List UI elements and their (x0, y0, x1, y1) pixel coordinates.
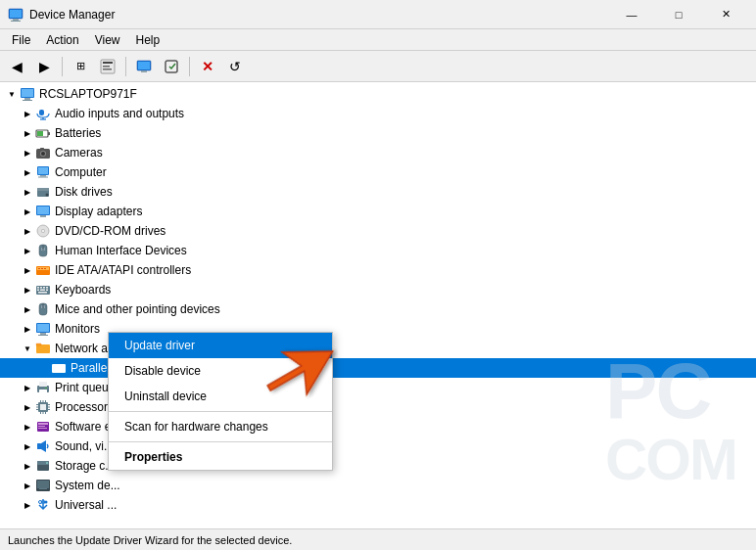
back-button[interactable]: ◀ (4, 54, 29, 79)
expand-storage[interactable]: ▶ (20, 458, 35, 474)
expand-batteries[interactable]: ▶ (20, 125, 35, 141)
expand-processors[interactable]: ▶ (20, 399, 35, 415)
svg-rect-94 (37, 443, 41, 449)
tree-item-universal[interactable]: ▶ Universal ... (0, 495, 756, 515)
menu-file[interactable]: File (4, 31, 38, 49)
expand-root[interactable]: ▼ (4, 86, 20, 102)
close-button[interactable]: ✕ (703, 0, 748, 29)
svg-rect-2 (13, 19, 19, 21)
audio-icon (35, 106, 51, 121)
system-label: System de... (55, 479, 120, 492)
network-folder-icon (35, 341, 51, 356)
svg-rect-74 (39, 390, 47, 393)
tree-item-ide[interactable]: ▶ IDE ATA/ATAPI controllers (0, 260, 756, 280)
tree-item-cameras[interactable]: ▶ Cameras (0, 143, 756, 162)
ctx-properties[interactable]: Properties (109, 444, 332, 470)
svg-point-38 (42, 230, 44, 232)
svg-rect-53 (37, 290, 39, 292)
tree-item-display[interactable]: ▶ Display adapters (0, 202, 756, 221)
svg-rect-59 (44, 305, 46, 308)
keyboard-icon (35, 282, 51, 298)
dvd-icon (35, 223, 51, 239)
system-icon (35, 478, 51, 493)
expand-ide[interactable]: ▶ (20, 262, 35, 278)
menu-view[interactable]: View (87, 31, 128, 49)
menu-help[interactable]: Help (128, 31, 168, 49)
svg-rect-34 (37, 206, 49, 214)
expand-mice[interactable]: ▶ (20, 301, 35, 317)
computer-icon (20, 86, 35, 102)
tree-item-audio[interactable]: ▶ Audio inputs and outputs (0, 104, 756, 123)
svg-rect-21 (37, 131, 43, 136)
expand-universal[interactable]: ▶ (20, 497, 35, 513)
tree-item-computer[interactable]: ▶ Computer (0, 162, 756, 182)
camera-icon (35, 145, 51, 160)
svg-rect-9 (138, 62, 150, 69)
svg-rect-67 (36, 344, 41, 345)
svg-rect-31 (37, 188, 49, 191)
arrow-pointer (260, 346, 338, 426)
tree-item-diskdrives[interactable]: ▶ Disk drives (0, 182, 756, 202)
monitors-label: Monitors (55, 322, 100, 336)
tree-item-hid[interactable]: ▶ Human Interface Devices (0, 241, 756, 260)
universal-label: Universal ... (55, 498, 117, 512)
expand-keyboards[interactable]: ▶ (20, 282, 35, 298)
expand-hid[interactable]: ▶ (20, 243, 35, 258)
minimize-button[interactable]: — (609, 0, 654, 29)
svg-rect-5 (103, 62, 113, 64)
uninstall-button[interactable]: ✕ (195, 54, 220, 79)
refresh-button[interactable]: ↺ (222, 54, 248, 79)
expand-audio[interactable]: ▶ (20, 106, 35, 121)
svg-point-24 (41, 152, 45, 156)
svg-rect-75 (45, 388, 47, 389)
svg-rect-13 (22, 89, 33, 97)
batteries-label: Batteries (55, 126, 101, 140)
menu-action[interactable]: Action (38, 31, 86, 49)
expand-display[interactable]: ▶ (20, 204, 35, 219)
expand-print[interactable]: ▶ (20, 380, 35, 395)
expand-system[interactable]: ▶ (20, 478, 35, 493)
tree-root[interactable]: ▼ RCSLAPTOP971F (0, 84, 756, 104)
svg-rect-27 (38, 167, 48, 174)
svg-rect-16 (39, 110, 44, 115)
properties-button[interactable] (95, 54, 120, 79)
tree-item-system[interactable]: ▶ System de... (0, 476, 756, 495)
software-icon (35, 419, 51, 435)
svg-rect-3 (11, 21, 21, 22)
expand-sound[interactable]: ▶ (20, 438, 35, 454)
svg-rect-14 (24, 98, 30, 100)
svg-marker-104 (260, 346, 338, 409)
forward-button[interactable]: ▶ (31, 54, 57, 79)
disk-icon (35, 184, 51, 200)
svg-rect-64 (38, 335, 48, 336)
scan-button[interactable] (159, 54, 184, 79)
tree-item-mice[interactable]: ▶ Mice and other pointing devices (0, 299, 756, 319)
toolbar-separator-1 (62, 57, 63, 76)
expand-cameras[interactable]: ▶ (20, 145, 35, 160)
expand-network[interactable]: ▼ (20, 341, 35, 356)
tree-item-batteries[interactable]: ▶ Batteries (0, 123, 756, 143)
expand-software[interactable]: ▶ (20, 419, 35, 435)
expand-dvd[interactable]: ▶ (20, 223, 35, 239)
svg-rect-100 (39, 488, 47, 489)
svg-rect-25 (40, 148, 44, 150)
svg-rect-99 (37, 481, 49, 488)
display-label: Display adapters (55, 205, 142, 218)
expand-monitors[interactable]: ▶ (20, 321, 35, 337)
show-all-button[interactable]: ⊞ (68, 54, 93, 79)
monitor-button[interactable] (131, 54, 157, 79)
ctx-separator-2 (109, 441, 332, 442)
monitor-icon (35, 321, 51, 337)
tree-item-keyboards[interactable]: ▶ Keyboards (0, 280, 756, 299)
toolbar: ◀ ▶ ⊞ ✕ ↺ (0, 51, 756, 82)
svg-point-32 (46, 194, 49, 197)
expand-computer[interactable]: ▶ (20, 164, 35, 180)
root-label: RCSLAPTOP971F (39, 87, 137, 101)
tree-item-dvd[interactable]: ▶ DVD/CD-ROM drives (0, 221, 756, 241)
expand-diskdrives[interactable]: ▶ (20, 184, 35, 200)
svg-point-97 (46, 462, 48, 464)
svg-rect-93 (38, 428, 47, 429)
keyboards-label: Keyboards (55, 283, 111, 297)
toolbar-separator-2 (125, 57, 126, 76)
maximize-button[interactable]: □ (656, 0, 701, 29)
